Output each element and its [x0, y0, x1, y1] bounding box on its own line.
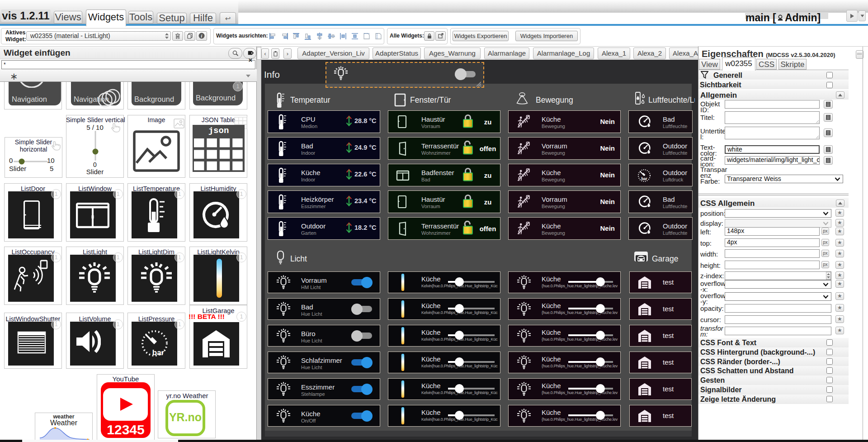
svg-text:bar: bar [152, 348, 165, 357]
svg-text:i: i [201, 33, 203, 38]
svg-text:bar: bar [641, 176, 647, 181]
